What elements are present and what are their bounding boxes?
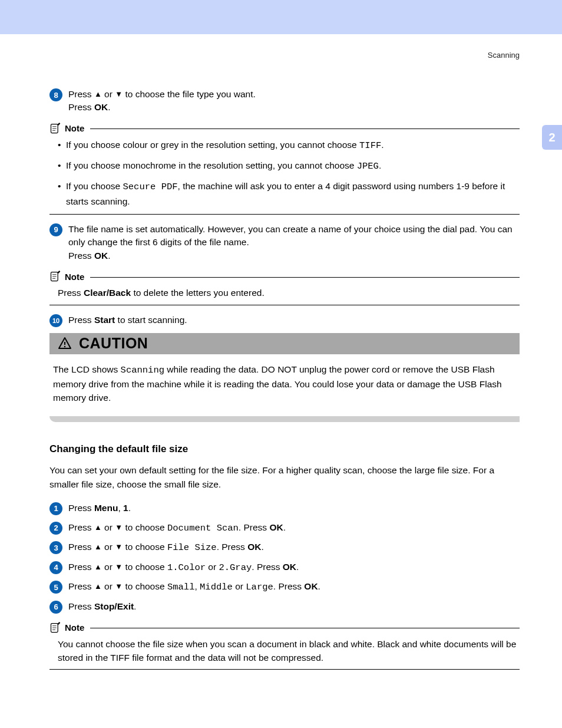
step-6: 6 Press Stop/Exit. bbox=[49, 600, 520, 614]
step-bullet: 2 bbox=[49, 522, 62, 535]
note-icon bbox=[49, 271, 61, 282]
note-label: Note bbox=[65, 272, 84, 282]
note-2-body: Press Clear/Back to delete the letters y… bbox=[58, 286, 520, 299]
step-1: 1 Press Menu, 1. bbox=[49, 502, 520, 515]
note-3-body: You cannot choose the file size when you… bbox=[58, 637, 520, 665]
step-bullet: 4 bbox=[49, 561, 62, 574]
caution-footer-bar bbox=[49, 416, 520, 422]
note-header: Note bbox=[49, 622, 520, 634]
note-item: If you choose colour or grey in the reso… bbox=[58, 138, 520, 153]
step-bullet: 5 bbox=[49, 581, 62, 594]
note-divider bbox=[49, 669, 520, 670]
note-header: Note bbox=[49, 271, 520, 282]
step-bullet: 9 bbox=[49, 223, 62, 236]
step-3: 3 Press ▲ or ▼ to choose File Size. Pres… bbox=[49, 541, 520, 554]
step-5: 5 Press ▲ or ▼ to choose Small, Middle o… bbox=[49, 580, 520, 594]
note-item: If you choose monochrome in the resoluti… bbox=[58, 159, 520, 173]
step-bullet: 10 bbox=[49, 314, 62, 327]
note-1-body: If you choose colour or grey in the reso… bbox=[58, 138, 520, 208]
page-content: Scanning 2 8 Press ▲ or ▼ to choose the … bbox=[0, 34, 562, 728]
note-label: Note bbox=[65, 622, 84, 633]
note-rule bbox=[90, 129, 520, 129]
running-header: Scanning bbox=[49, 51, 520, 60]
step-text: Press ▲ or ▼ to choose File Size. Press … bbox=[68, 541, 520, 554]
step-text: Press Stop/Exit. bbox=[68, 600, 520, 613]
note-divider bbox=[49, 214, 520, 215]
top-bar bbox=[0, 0, 562, 34]
step-bullet: 3 bbox=[49, 541, 62, 554]
note-divider bbox=[49, 305, 520, 305]
step-9: 9 The file name is set automatically. Ho… bbox=[49, 223, 520, 262]
caution-body: The LCD shows Scanning while reading the… bbox=[49, 354, 520, 417]
chapter-tab: 2 bbox=[542, 125, 562, 150]
step-text: Press ▲ or ▼ to choose the file type you… bbox=[68, 88, 520, 114]
step-2: 2 Press ▲ or ▼ to choose Document Scan. … bbox=[49, 521, 520, 535]
svg-point-9 bbox=[64, 345, 65, 347]
step-text: Press Start to start scanning. bbox=[68, 314, 520, 327]
step-bullet: 6 bbox=[49, 601, 62, 614]
step-text: Press ▲ or ▼ to choose Small, Middle or … bbox=[68, 580, 520, 594]
subheading: Changing the default file size bbox=[49, 443, 520, 455]
step-4: 4 Press ▲ or ▼ to choose 1.Color or 2.Gr… bbox=[49, 561, 520, 574]
step-bullet: 1 bbox=[49, 502, 62, 515]
warning-icon bbox=[58, 337, 72, 351]
note-header: Note bbox=[49, 123, 520, 134]
step-10: 10 Press Start to start scanning. bbox=[49, 314, 520, 327]
step-8: 8 Press ▲ or ▼ to choose the file type y… bbox=[49, 88, 520, 114]
note-icon bbox=[49, 622, 61, 634]
note-item: If you choose Secure PDF, the machine wi… bbox=[58, 179, 520, 208]
step-text: Press ▲ or ▼ to choose 1.Color or 2.Gray… bbox=[68, 561, 520, 574]
caution-header: CAUTION bbox=[49, 333, 520, 354]
note-rule bbox=[90, 628, 520, 628]
caution-title: CAUTION bbox=[79, 335, 148, 352]
step-text: Press Menu, 1. bbox=[68, 502, 520, 515]
section-intro: You can set your own default setting for… bbox=[49, 463, 520, 491]
note-label: Note bbox=[65, 123, 84, 133]
note-icon bbox=[49, 123, 61, 134]
step-bullet: 8 bbox=[49, 88, 62, 101]
note-rule bbox=[90, 277, 520, 278]
step-text: Press ▲ or ▼ to choose Document Scan. Pr… bbox=[68, 521, 520, 535]
step-text: The file name is set automatically. Howe… bbox=[68, 223, 520, 262]
